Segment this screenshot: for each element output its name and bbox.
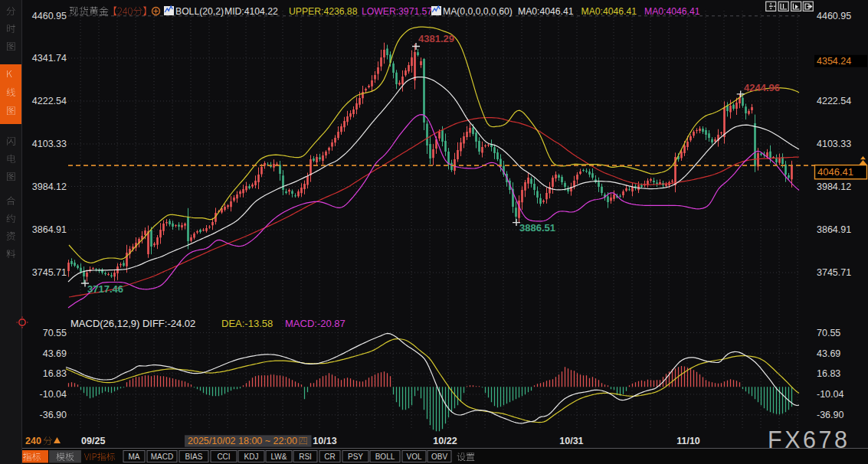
svg-text:3745.71: 3745.71 (32, 267, 67, 278)
svg-text:10/13: 10/13 (313, 436, 336, 446)
svg-text:MA0:4046.41: MA0:4046.41 (581, 6, 637, 17)
svg-text:OBV: OBV (431, 453, 447, 461)
svg-text:2025/10/02 18:00 ~ 22:00: 2025/10/02 18:00 ~ 22:00 (188, 436, 297, 446)
svg-text:70.55: 70.55 (43, 328, 67, 338)
svg-text:4244.96: 4244.96 (744, 82, 780, 93)
svg-text:3745.71: 3745.71 (817, 267, 851, 278)
svg-text:BOLL: BOLL (375, 453, 395, 461)
svg-text:MACD: MACD (151, 453, 173, 461)
svg-text:11/10: 11/10 (676, 436, 700, 446)
svg-text:PSY: PSY (348, 453, 363, 461)
svg-text:UPPER:4236.88: UPPER:4236.88 (289, 6, 358, 17)
svg-text:-36.90: -36.90 (817, 410, 843, 420)
svg-text:VOL: VOL (406, 453, 421, 461)
svg-text:MA0:4046.41: MA0:4046.41 (518, 6, 574, 17)
svg-text:BOLL(20,2): BOLL(20,2) (175, 6, 224, 17)
svg-text:KDJ: KDJ (244, 453, 259, 461)
svg-text:4460.95: 4460.95 (817, 11, 851, 21)
svg-text:3717.46: 3717.46 (87, 283, 123, 295)
svg-text:3864.91: 3864.91 (32, 224, 67, 235)
svg-text:16.83: 16.83 (43, 368, 67, 379)
svg-text:43.69: 43.69 (817, 348, 840, 359)
svg-text:09/25: 09/25 (81, 436, 105, 446)
svg-text:MACD(26,12,9) DIFF:-24.02: MACD(26,12,9) DIFF:-24.02 (70, 318, 195, 329)
svg-text:CR: CR (324, 453, 335, 461)
svg-text:MA: MA (129, 453, 140, 461)
svg-text:CCI: CCI (217, 453, 230, 461)
svg-text:4103.33: 4103.33 (32, 139, 67, 149)
svg-text:-10.04: -10.04 (40, 389, 67, 400)
svg-text:LOWER:3971.57: LOWER:3971.57 (362, 6, 432, 17)
svg-text:43.69: 43.69 (43, 348, 67, 359)
svg-text:70.55: 70.55 (817, 328, 840, 338)
svg-text:4046.41: 4046.41 (817, 166, 853, 178)
svg-text:MID:4104.22: MID:4104.22 (224, 6, 278, 17)
svg-text:RSI: RSI (299, 453, 312, 461)
svg-text:MACD:-20.87: MACD:-20.87 (285, 318, 346, 329)
svg-text:4222.54: 4222.54 (817, 96, 851, 106)
svg-text:16.83: 16.83 (817, 368, 840, 379)
svg-text:4381.29: 4381.29 (418, 33, 454, 44)
svg-text:DEA:-13.58: DEA:-13.58 (221, 318, 273, 329)
svg-text:4103.33: 4103.33 (817, 139, 851, 149)
svg-text:MA0:4046.41: MA0:4046.41 (644, 6, 700, 17)
svg-text:-10.04: -10.04 (817, 389, 843, 400)
svg-text:240: 240 (25, 436, 41, 446)
svg-text:3864.91: 3864.91 (817, 224, 851, 235)
svg-text:10/22: 10/22 (433, 436, 457, 446)
svg-text:LW&: LW& (271, 453, 287, 461)
svg-text:10/31: 10/31 (559, 436, 583, 446)
svg-text:4341.74: 4341.74 (32, 53, 67, 64)
svg-text:BIAS: BIAS (185, 453, 203, 461)
svg-text:MA(0,0,0,0,0,60): MA(0,0,0,0,0,60) (443, 6, 513, 17)
svg-text:4460.95: 4460.95 (32, 11, 67, 21)
svg-text:4222.54: 4222.54 (32, 96, 67, 106)
svg-text:4354.24: 4354.24 (817, 56, 851, 67)
svg-text:3886.51: 3886.51 (519, 222, 555, 234)
svg-text:3984.12: 3984.12 (817, 181, 851, 192)
svg-text:3984.12: 3984.12 (32, 181, 67, 192)
svg-text:-36.90: -36.90 (40, 410, 67, 420)
